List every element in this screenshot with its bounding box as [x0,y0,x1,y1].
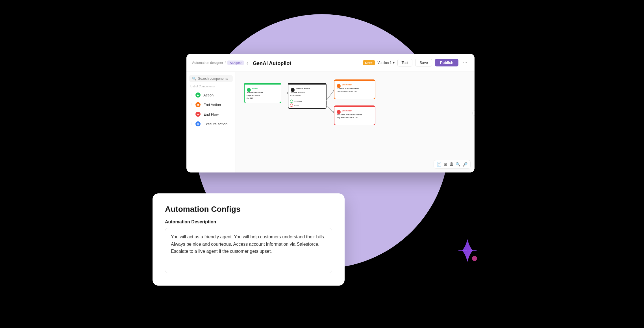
svg-text:inquiries about: inquiries about [247,94,261,97]
breadcrumb-separator: / [225,61,226,65]
svg-line-19 [326,90,334,101]
breadcrumb-active: AI Agent [227,61,244,65]
configs-card: Automation Configs Automation Descriptio… [153,193,345,286]
content-area: Automation designer / AI Agent ‹ GenAI A… [153,37,491,291]
svg-text:Confirm if the customer: Confirm if the customer [337,87,359,90]
search-input[interactable] [198,77,230,81]
window-header-left: Automation designer / AI Agent ‹ GenAI A… [192,59,291,66]
chevron-down-icon: ▾ [393,61,395,65]
svg-text:End Action: End Action [342,84,352,86]
sidebar: 🔍 List of Components ⠿ ▶ Action ⠿ ■ End … [186,72,236,172]
svg-text:End Action: End Action [342,110,352,112]
sidebar-item-end-flow[interactable]: ⠿ ● End Flow [186,109,236,119]
test-button[interactable]: Test [397,59,413,66]
main-wrapper: Automation designer / AI Agent ‹ GenAI A… [0,0,644,328]
canvas-area: Action Answer customer inquiries about t… [236,72,475,172]
star-icon [452,236,483,267]
svg-text:the bill: the bill [247,97,253,100]
svg-point-35 [472,256,477,261]
svg-text:information: information [290,94,301,97]
svg-text:understands their bill: understands their bill [337,90,357,93]
canvas-tool-zoom-in-icon[interactable]: 🔍 [456,162,460,167]
breadcrumb: Automation designer / AI Agent [192,61,244,65]
sidebar-item-action[interactable]: ⠿ ▶ Action [186,90,236,100]
more-options-icon[interactable]: ··· [461,60,469,66]
search-box[interactable]: 🔍 [189,75,233,82]
window-header: Automation designer / AI Agent ‹ GenAI A… [186,54,475,72]
canvas-tool-image-icon[interactable]: 🖼 [449,162,453,167]
svg-text:Answer customer: Answer customer [247,91,263,94]
svg-rect-24 [334,80,375,81]
purple-star-icon-container [452,236,483,269]
window-header-right: Draft Version 1 ▾ Test Save Publish ··· [363,59,469,66]
svg-text:Escalate Answer customer: Escalate Answer customer [337,113,362,116]
svg-text:Success: Success [294,100,303,103]
svg-text:inquiries about the bill: inquiries about the bill [337,116,358,119]
canvas-toolbar: 📄 ⊞ 🖼 🔍 🔎 [434,160,471,169]
svg-line-21 [326,105,334,113]
svg-text:Access account: Access account [290,91,305,94]
flow-diagram: Action Answer customer inquiries about t… [236,72,475,172]
back-arrow-icon[interactable]: ‹ [247,60,248,66]
automation-description-input[interactable] [165,228,332,273]
svg-text:Error: Error [294,104,299,107]
publish-button[interactable]: Publish [435,59,458,66]
app-window: Automation designer / AI Agent ‹ GenAI A… [186,54,475,172]
app-title: GenAI Autopilot [253,61,291,66]
breadcrumb-parent: Automation designer [192,61,223,65]
sidebar-item-label-action: Action [203,93,214,97]
svg-text:Execute action: Execute action [296,88,310,90]
drag-handle-icon: ⠿ [190,113,193,116]
action-icon: ▶ [195,92,201,98]
sidebar-section-label: List of Components [186,85,236,90]
svg-rect-30 [334,106,375,107]
execute-action-icon: ⚙ [195,121,201,126]
sidebar-item-label-end-action: End Action [203,103,221,107]
sidebar-item-label-execute: Execute action [203,122,227,126]
search-icon: 🔍 [192,77,196,81]
save-button[interactable]: Save [415,59,432,66]
sidebar-item-label-end-flow: End Flow [203,112,219,116]
canvas-tool-zoom-out-icon[interactable]: 🔎 [463,162,467,167]
drag-handle-icon: ⠿ [190,93,193,97]
svg-rect-10 [288,83,326,85]
sidebar-item-execute-action[interactable]: ⠿ ⚙ Execute action [186,119,236,129]
end-action-icon: ■ [195,102,201,107]
configs-card-title: Automation Configs [165,205,332,214]
svg-text:Action: Action [252,88,258,90]
drag-handle-icon: ⠿ [190,122,193,126]
end-flow-icon: ● [195,112,201,117]
canvas-tool-grid-icon[interactable]: ⊞ [444,162,447,167]
sidebar-item-end-action[interactable]: ⠿ ■ End Action [186,100,236,109]
draft-badge: Draft [363,60,375,65]
svg-rect-1 [244,83,281,85]
window-body: 🔍 List of Components ⠿ ▶ Action ⠿ ■ End … [186,72,475,172]
version-selector[interactable]: Version 1 ▾ [378,61,395,65]
drag-handle-icon: ⠿ [190,103,193,107]
canvas-tool-notes-icon[interactable]: 📄 [437,162,441,167]
configs-section-title: Automation Description [165,219,332,225]
